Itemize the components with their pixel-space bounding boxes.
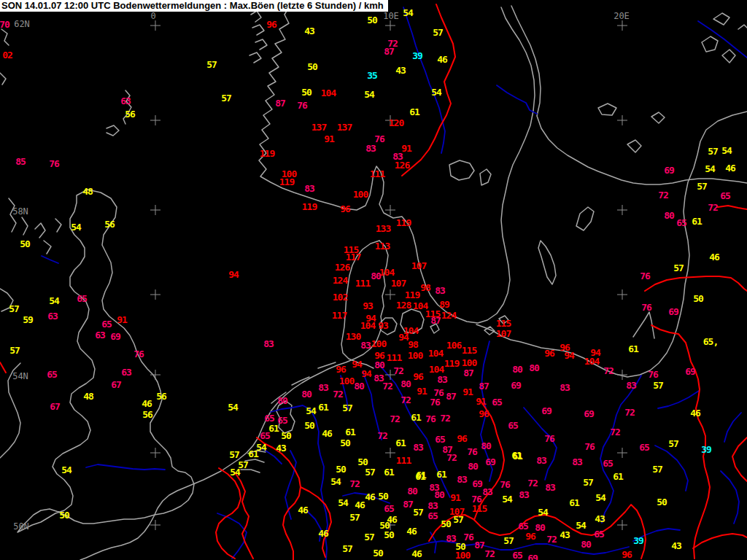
river-path (86, 464, 165, 470)
station-gust-value: 91 (450, 493, 460, 502)
station-gust-value: 72 (610, 427, 620, 437)
coastline-path (511, 6, 747, 184)
station-gust-value: 80 (374, 360, 384, 370)
station-gust-value: 83 (437, 375, 447, 384)
station-gust-value: 67 (50, 402, 60, 411)
station-gust-value: 115 (496, 319, 511, 328)
station-gust-value: 46 (406, 526, 417, 536)
station-gust-value: 61 (395, 438, 406, 448)
station-gust-value: 80 (277, 396, 287, 405)
station-gust-value: 54 (338, 498, 348, 508)
station-gust-value: 39 (412, 51, 422, 61)
station-gust-value: 46 (690, 408, 700, 418)
coastline-path (713, 13, 729, 25)
station-gust-value: 113 (375, 241, 390, 251)
station-gust-value: 57 (653, 381, 663, 390)
station-gust-value: 87 (275, 98, 285, 108)
station-gust-value: 61 (318, 402, 328, 412)
title-bar: SON 14.01.07 12:00 UTC Bodenwettermeldun… (0, 0, 388, 12)
station-gust-value: 100 (371, 339, 386, 349)
station-gust-value: 104 (584, 357, 599, 366)
station-gust-value: 85 (15, 157, 26, 166)
graticule-label: 50N (13, 522, 29, 531)
river-path (724, 413, 741, 442)
station-gust-value: 46 (365, 492, 375, 502)
station-gust-value: 57 (365, 467, 375, 477)
station-gust-value: 54 (538, 508, 548, 517)
station-gust-value: 56 (156, 392, 166, 401)
station-gust-value: 104 (360, 321, 375, 330)
station-gust-value: 119 (279, 177, 294, 187)
station-gust-value: 76 (49, 159, 59, 168)
country-border-path (718, 206, 747, 209)
station-gust-value: 50 (379, 521, 390, 530)
station-gust-value: 104 (428, 349, 443, 358)
graticule-label: 58N (12, 207, 28, 216)
station-gust-value: 72 (400, 395, 411, 405)
station-gust-value: 43 (304, 26, 314, 36)
station-gust-value: 50 (307, 62, 317, 71)
station-gust-value: 100 (339, 376, 354, 386)
station-gust-value: 65 (512, 551, 522, 560)
station-gust-value: 117 (332, 311, 347, 320)
station-gust-value: 76 (500, 480, 510, 489)
station-gust-value: 137 (311, 122, 326, 132)
station-gust-value: 46 (411, 549, 422, 559)
station-gust-value: 76 (648, 370, 658, 379)
station-gust-value: 57 (503, 536, 514, 545)
station-gust-value: 69 (668, 307, 678, 316)
station-gust-value: 56 (104, 219, 115, 229)
station-gust-value: 83 (519, 490, 529, 499)
station-gust-value: 72 (603, 366, 614, 376)
station-gust-value: 63 (121, 368, 131, 377)
station-gust-value: 72 (440, 413, 450, 423)
station-gust-value: 83 (427, 501, 438, 510)
station-gust-value: 65 (720, 191, 730, 201)
station-gust-value: 59 (23, 315, 33, 324)
station-gust-value: 61 (411, 413, 421, 422)
station-gust-value: 107 (391, 279, 406, 288)
station-gust-value: 104 (429, 365, 444, 374)
station-gust-value: 72 (624, 408, 635, 417)
station-gust-value: 96 (340, 204, 350, 214)
station-gust-value: 57 (433, 28, 443, 37)
station-gust-value: 65 (508, 421, 518, 430)
station-gust-value: 50 (340, 438, 350, 448)
station-gust-value: 96 (525, 532, 535, 541)
station-gust-value: 96 (544, 349, 554, 358)
station-gust-value: 35 (367, 71, 377, 80)
station-gust-value: 69 (110, 332, 120, 341)
station-gust-value: 61 (512, 451, 522, 461)
station-gust-value: 46 (318, 529, 328, 538)
station-gust-value: 61 (569, 498, 579, 508)
station-gust-value: 61 (409, 107, 419, 117)
station-gust-value: 50 (301, 88, 311, 97)
station-gust-value: 94 (398, 332, 409, 342)
station-gust-value: 80 (400, 379, 411, 389)
station-gust-value: 72 (382, 381, 392, 391)
station-gust-value: 39 (701, 445, 711, 454)
station-gust-value: 80 (434, 490, 444, 499)
station-gust-value: 76 (641, 303, 651, 312)
station-gust-value: 83 (435, 286, 445, 295)
station-gust-value: 46 (322, 429, 332, 438)
station-gust-value: 80 (468, 462, 478, 471)
station-gust-value: 91 (401, 144, 411, 153)
station-gust-value: 43 (595, 514, 605, 524)
station-gust-value: 43 (671, 541, 681, 551)
station-gust-value: 83 (572, 457, 582, 467)
station-gust-value: 126 (335, 262, 349, 272)
station-gust-value: 130 (346, 332, 360, 341)
station-gust-value: 61 (415, 472, 425, 481)
station-gust-value: 56 (125, 109, 135, 119)
station-gust-value: 83 (263, 339, 274, 349)
station-gust-value: 57 (9, 304, 19, 314)
coastline-path (44, 241, 51, 254)
station-gust-value: 96 (479, 409, 489, 419)
coastline-path (651, 112, 665, 123)
title-text: SON 14.01.07 12:00 UTC Bodenwettermeldun… (1, 0, 384, 11)
station-gust-value: 72 (546, 534, 557, 544)
station-gust-value: 111 (396, 456, 411, 465)
station-gust-value: 54 (431, 88, 441, 97)
station-gust-value: 61 (268, 424, 279, 433)
